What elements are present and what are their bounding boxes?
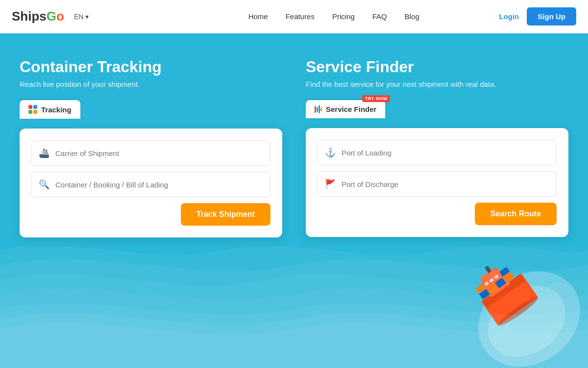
nav-home[interactable]: Home (248, 12, 268, 21)
carrier-input[interactable] (55, 149, 263, 158)
logo-o: o (56, 9, 64, 24)
service-finder-tab-bar: Service Finder TRY NOW (306, 100, 568, 118)
lang-label: EN (74, 13, 83, 21)
signup-button[interactable]: Sign Up (527, 7, 576, 26)
ship-svg (431, 221, 588, 368)
tab-service-finder-label: Service Finder (326, 105, 376, 113)
chevron-down-icon: ▾ (85, 13, 89, 21)
logo-g: G (47, 9, 56, 24)
logo-ships: Ships (12, 9, 47, 24)
tracking-section: Container Tracking Reach live position o… (20, 58, 282, 237)
tracking-title: Container Tracking (20, 58, 282, 76)
port-loading-input[interactable] (342, 149, 549, 157)
hero-columns: Container Tracking Reach live position o… (20, 58, 568, 237)
tab-service-finder[interactable]: Service Finder TRY NOW (306, 100, 385, 118)
port-discharge-input[interactable] (342, 180, 549, 188)
carrier-input-group: 🚢 (31, 140, 270, 166)
try-now-badge: TRY NOW (362, 95, 391, 102)
header: ShipsGo EN ▾ Home Features Pricing FAQ B… (0, 0, 588, 33)
tracking-subtitle: Reach live position of your shipment. (20, 80, 282, 88)
anchor-icon: ⚓ (325, 147, 336, 158)
nav-faq[interactable]: FAQ (372, 12, 387, 21)
service-finder-section: Service Finder Find the best service for… (306, 58, 568, 237)
main-nav: Home Features Pricing FAQ Blog (248, 12, 419, 21)
logo: ShipsGo (12, 9, 64, 24)
tracking-card: 🚢 🔍 Track Shipment (20, 129, 282, 237)
ship-illustration (431, 221, 588, 368)
tab-tracking[interactable]: Tracking (20, 100, 80, 119)
nav-features[interactable]: Features (286, 12, 315, 21)
port-discharge-input-group: 🚩 (318, 171, 557, 197)
search-icon: 🔍 (39, 179, 49, 190)
login-button[interactable]: Login (499, 12, 519, 21)
flag-icon: 🚩 (325, 179, 336, 189)
tracking-tab-bar: Tracking (20, 100, 282, 119)
service-finder-icon (315, 105, 322, 113)
header-actions: Login Sign Up (499, 7, 576, 26)
track-shipment-button[interactable]: Track Shipment (181, 203, 270, 226)
hero-section: Container Tracking Reach live position o… (0, 33, 588, 368)
service-finder-subtitle: Find the best service for your next ship… (306, 80, 568, 88)
service-finder-title: Service Finder (306, 58, 568, 76)
carrier-icon: 🚢 (39, 148, 49, 158)
container-input[interactable] (55, 181, 263, 189)
nav-pricing[interactable]: Pricing (332, 12, 355, 21)
port-loading-input-group: ⚓ (318, 140, 557, 165)
tab-tracking-label: Tracking (41, 105, 72, 114)
tracking-icon (28, 105, 37, 114)
nav-blog[interactable]: Blog (405, 12, 419, 21)
container-input-group: 🔍 (31, 172, 270, 197)
lang-selector[interactable]: EN ▾ (74, 13, 89, 21)
